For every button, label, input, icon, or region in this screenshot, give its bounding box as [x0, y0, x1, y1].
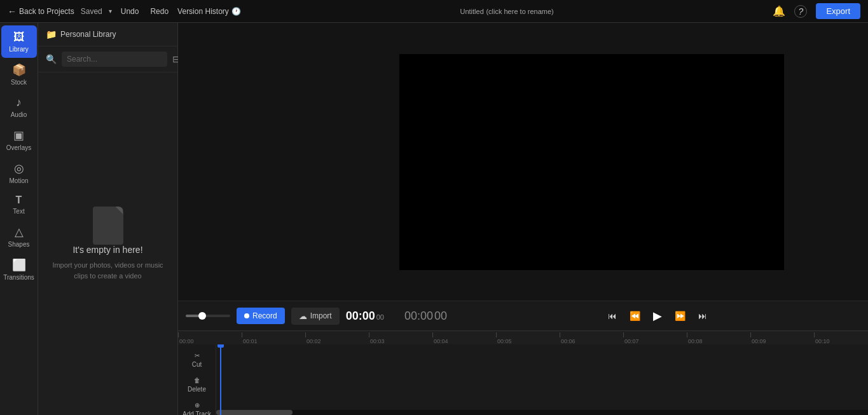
- ruler-line: [496, 332, 497, 337]
- notifications-icon[interactable]: 🔔: [773, 5, 785, 17]
- ruler-mark: 00:02: [305, 332, 369, 344]
- ruler-label: 00:06: [560, 338, 575, 344]
- sidebar-item-label-text: Text: [13, 208, 24, 215]
- delete-label: Delete: [188, 386, 206, 393]
- sidebar-item-label-audio: Audio: [11, 111, 27, 118]
- stock-icon: 📦: [12, 63, 26, 77]
- version-history-icon: 🕐: [231, 7, 241, 16]
- ruler-label: 00:05: [496, 338, 512, 344]
- saved-dropdown-icon[interactable]: ▾: [109, 8, 112, 15]
- ruler-line: [814, 332, 815, 337]
- skip-forward-button[interactable]: ⏭: [696, 308, 710, 323]
- sidebar-item-label-motion: Motion: [9, 177, 28, 184]
- sidebar-item-label-shapes: Shapes: [8, 241, 30, 248]
- search-icon-button[interactable]: 🔍: [45, 53, 58, 65]
- record-button[interactable]: Record: [237, 308, 285, 324]
- delete-icon: 🗑: [194, 377, 200, 384]
- topbar: ← Back to Projects Saved ▾ Undo Redo Ver…: [0, 0, 868, 23]
- ruler-mark: 00:08: [687, 332, 750, 344]
- timeline-controls: Record ☁ Import 00:00 00 00:00 00: [178, 301, 868, 330]
- back-label: Back to Projects: [19, 7, 74, 16]
- total-ms: 00: [434, 310, 447, 323]
- left-sidebar: 🖼 Library 📦 Stock ♪ Audio ▣ Overlays ◎ M…: [0, 23, 38, 415]
- library-content: It's empty in here! Import your photos, …: [38, 72, 177, 415]
- empty-file-icon: [93, 207, 123, 245]
- back-to-projects-button[interactable]: ← Back to Projects: [8, 6, 74, 17]
- current-time-display: 00:00 00: [346, 310, 384, 323]
- audio-icon: ♪: [16, 96, 22, 109]
- ruler-line: [178, 332, 179, 337]
- ruler-label: 00:07: [623, 338, 639, 344]
- export-button[interactable]: Export: [816, 3, 860, 19]
- timeline-progress-bar[interactable]: [186, 315, 230, 317]
- library-search: 🔍 ⊟ ⇅: [38, 46, 177, 72]
- bottom-area: ✂ Cut 🗑 Delete ⊕ Add Track ☰ Tracks: [178, 344, 868, 415]
- current-ms: 00: [376, 313, 384, 321]
- sidebar-item-label-overlays: Overlays: [6, 144, 31, 151]
- sidebar-item-motion[interactable]: ◎ Motion: [1, 156, 37, 189]
- sidebar-item-library[interactable]: 🖼 Library: [1, 25, 37, 58]
- sidebar-item-transitions[interactable]: ⬜ Transitions: [1, 253, 37, 286]
- undo-button[interactable]: Undo: [118, 6, 142, 17]
- redo-button[interactable]: Redo: [148, 6, 171, 17]
- ruler-label: 00:01: [242, 338, 258, 344]
- ruler-mark: 00:04: [432, 332, 496, 344]
- ruler-mark: 00:06: [560, 332, 623, 344]
- overlays-icon: ▣: [13, 128, 24, 142]
- ruler-mark: 00:05: [496, 332, 560, 344]
- ruler-label: 00:03: [369, 338, 385, 344]
- sidebar-item-stock[interactable]: 📦 Stock: [1, 58, 37, 91]
- cut-button[interactable]: ✂ Cut: [179, 348, 215, 372]
- total-time-display: 00:00 00: [404, 310, 447, 323]
- back-arrow-icon: ←: [8, 6, 17, 17]
- title-hint: (click here to rename): [486, 8, 553, 15]
- import-button[interactable]: ☁ Import: [291, 308, 340, 325]
- add-track-button[interactable]: ⊕ Add Track: [179, 398, 215, 415]
- ruler-mark: 00:09: [750, 332, 814, 344]
- title-text: Untitled: [460, 8, 483, 15]
- ruler-label: 00:04: [432, 338, 448, 344]
- scrollbar-thumb[interactable]: [216, 410, 293, 415]
- skip-back-button[interactable]: ⏮: [605, 308, 619, 323]
- current-time: 00:00: [346, 310, 375, 323]
- library-icon: 🖼: [13, 31, 25, 44]
- total-time: 00:00: [404, 310, 433, 323]
- fast-forward-button[interactable]: ⏩: [672, 308, 688, 323]
- delete-button[interactable]: 🗑 Delete: [179, 373, 215, 397]
- timeline-scrollbar[interactable]: [216, 410, 868, 415]
- play-button[interactable]: ▶: [651, 306, 665, 325]
- ruler-line: [560, 332, 560, 337]
- record-label: Record: [252, 311, 277, 320]
- video-preview: [399, 54, 784, 270]
- library-empty-title: It's empty in here!: [72, 245, 142, 255]
- library-panel: 📁 Personal Library 🔍 ⊟ ⇅ It's empty in h…: [38, 23, 178, 415]
- library-header: 📁 Personal Library: [38, 23, 177, 46]
- timeline-section: Record ☁ Import 00:00 00 00:00 00: [178, 301, 868, 415]
- motion-icon: ◎: [14, 161, 24, 175]
- ruler-line: [242, 332, 242, 337]
- search-input[interactable]: [62, 51, 167, 67]
- rewind-button[interactable]: ⏪: [627, 308, 643, 323]
- sidebar-item-label-library: Library: [9, 46, 29, 53]
- ruler-mark: 00:01: [242, 332, 305, 344]
- preview-container: [178, 23, 868, 301]
- ruler-marks-container: 00:0000:0100:0200:0300:0400:0500:0600:07…: [178, 331, 868, 344]
- ruler-line: [305, 332, 306, 337]
- ruler-mark: 00:07: [623, 332, 687, 344]
- sidebar-item-audio[interactable]: ♪ Audio: [1, 91, 37, 123]
- record-dot-icon: [244, 313, 249, 318]
- ruler-line: [750, 332, 751, 337]
- sidebar-item-overlays[interactable]: ▣ Overlays: [1, 123, 37, 156]
- help-icon[interactable]: ?: [794, 5, 807, 18]
- project-title[interactable]: Untitled (click here to rename): [247, 6, 767, 16]
- ruler-line: [432, 332, 433, 337]
- sidebar-item-shapes[interactable]: △ Shapes: [1, 220, 37, 253]
- sidebar-item-label-transitions: Transitions: [3, 274, 34, 281]
- import-label: Import: [310, 311, 332, 320]
- version-history-button[interactable]: Version History 🕐: [177, 7, 241, 16]
- timeline-track-area: [216, 344, 868, 415]
- playhead[interactable]: [220, 344, 221, 415]
- progress-thumb[interactable]: [198, 312, 206, 320]
- text-icon: T: [16, 194, 22, 206]
- sidebar-item-text[interactable]: T Text: [1, 189, 37, 220]
